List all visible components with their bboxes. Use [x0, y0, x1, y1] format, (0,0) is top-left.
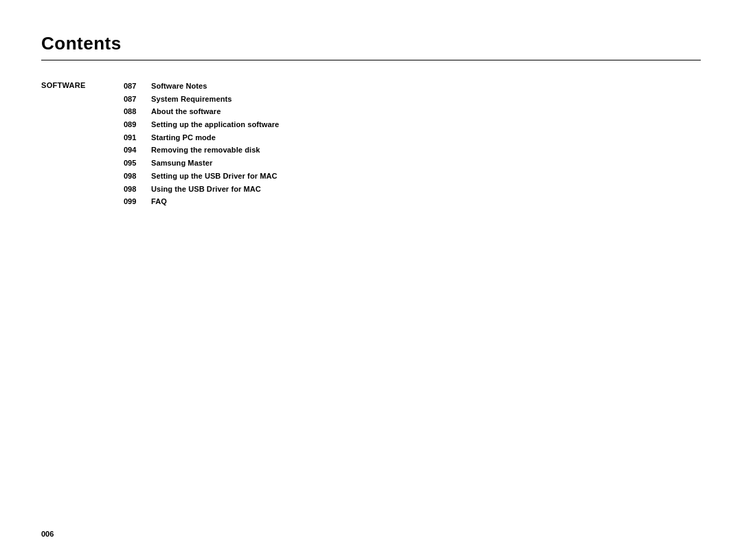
entry-page-number: 087 [124, 93, 151, 106]
entry-page-number: 099 [124, 195, 151, 208]
entry-title: Setting up the USB Driver for MAC [151, 170, 278, 183]
entry-page-number: 098 [124, 183, 151, 196]
entry-title: Using the USB Driver for MAC [151, 183, 261, 196]
toc-entry: 099FAQ [124, 195, 279, 208]
entry-title: Setting up the application software [151, 118, 279, 131]
toc-entry: 094Removing the removable disk [124, 144, 279, 157]
entry-page-number: 098 [124, 170, 151, 183]
toc-entry: 098Using the USB Driver for MAC [124, 183, 279, 196]
entry-title: Starting PC mode [151, 131, 216, 144]
entry-page-number: 089 [124, 118, 151, 131]
toc-entries: 087Software Notes087System Requirements0… [124, 80, 279, 208]
entry-page-number: 094 [124, 144, 151, 157]
entry-title: System Requirements [151, 93, 232, 106]
title-divider [41, 60, 701, 60]
page-footer: 006 [41, 530, 54, 538]
toc-entry: 089Setting up the application software [124, 118, 279, 131]
entry-title: Software Notes [151, 80, 207, 93]
entry-page-number: 088 [124, 105, 151, 118]
toc-entry: 087System Requirements [124, 93, 279, 106]
entry-page-number: 091 [124, 131, 151, 144]
entry-title: About the software [151, 105, 221, 118]
toc-entry: 098Setting up the USB Driver for MAC [124, 170, 279, 183]
toc-entry: 091Starting PC mode [124, 131, 279, 144]
toc-entry: 088About the software [124, 105, 279, 118]
software-section: SOFTWARE 087Software Notes087System Requ… [41, 80, 701, 208]
section-label: SOFTWARE [41, 80, 124, 89]
page-container: Contents SOFTWARE 087Software Notes087Sy… [0, 0, 742, 560]
page-title: Contents [41, 33, 701, 54]
entry-title: FAQ [151, 195, 167, 208]
toc-entry: 087Software Notes [124, 80, 279, 93]
entry-title: Samsung Master [151, 157, 212, 170]
entry-page-number: 087 [124, 80, 151, 93]
entry-title: Removing the removable disk [151, 144, 260, 157]
toc-entry: 095Samsung Master [124, 157, 279, 170]
entry-page-number: 095 [124, 157, 151, 170]
